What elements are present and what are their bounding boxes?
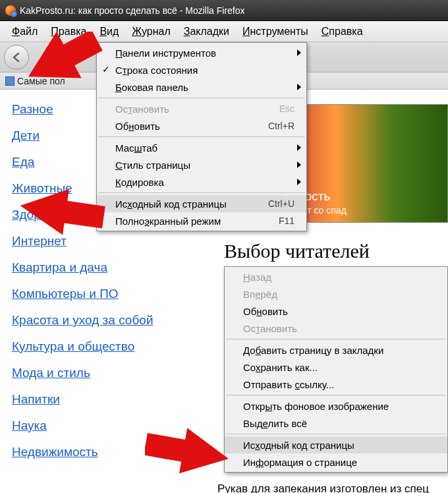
firefox-icon — [5, 5, 16, 16]
category-link[interactable]: Недвижимость — [12, 445, 183, 459]
category-link[interactable]: Квартира и дача — [12, 260, 183, 275]
menu-help[interactable]: Справка — [315, 23, 370, 40]
bookmark-folder-icon — [5, 76, 14, 86]
ctx-page-info[interactable]: Информация о странице — [225, 453, 447, 471]
ctx-sendlink[interactable]: Отправить ссылку... — [225, 376, 447, 393]
menu-history[interactable]: Журнал — [125, 23, 177, 40]
section-heading: Выбор читателей — [224, 240, 448, 262]
bookmark-item[interactable]: Самые пол — [17, 76, 65, 86]
menu-pagestyle[interactable]: Стиль страницы — [97, 156, 306, 173]
ctx-forward: Вперёд — [225, 285, 447, 303]
menu-tools[interactable]: Инструменты — [236, 23, 315, 40]
menu-file[interactable]: Файл — [5, 23, 44, 40]
menu-encoding[interactable]: Кодировка — [97, 173, 306, 190]
view-menu-dropdown: Панели инструментов ✓Строка состояния Бо… — [96, 42, 307, 231]
article-snippet: Рукав для запекания изготовлен из спец — [217, 482, 429, 493]
category-link[interactable]: Культура и общество — [12, 339, 183, 354]
menubar: Файл Правка Вид Журнал Закладки Инструме… — [0, 21, 448, 42]
ctx-bookmark[interactable]: Добавить страницу в закладки — [225, 341, 447, 359]
ctx-open-bg-image[interactable]: Открыть фоновое изображение — [225, 397, 447, 415]
category-link[interactable]: Напитки — [12, 392, 183, 407]
menu-view-source[interactable]: Исходный код страницыCtrl+U — [97, 195, 306, 212]
menu-reload[interactable]: ОбновитьCtrl+R — [97, 117, 306, 134]
category-link[interactable]: Наука — [12, 419, 183, 433]
ctx-reload[interactable]: Обновить — [225, 303, 447, 320]
menu-statusbar[interactable]: ✓Строка состояния — [97, 61, 306, 78]
menu-sidepanel[interactable]: Боковая панель — [97, 78, 306, 96]
page-context-menu: Назад Вперёд Обновить Остановить Добавит… — [224, 266, 448, 473]
category-link[interactable]: Красота и уход за собой — [12, 313, 183, 328]
ctx-select-all[interactable]: Выделить всё — [225, 415, 447, 432]
category-link[interactable]: Компьютеры и ПО — [12, 287, 183, 301]
category-link[interactable]: Мода и стиль — [12, 366, 183, 380]
menu-bookmarks[interactable]: Закладки — [177, 23, 236, 40]
menu-stop: ОстановитьEsc — [97, 100, 306, 117]
back-button[interactable] — [4, 45, 29, 70]
ctx-back: Назад — [225, 268, 447, 285]
ctx-saveas[interactable]: Сохранить как... — [225, 359, 447, 376]
menu-zoom[interactable]: Масштаб — [97, 139, 306, 156]
ctx-stop: Остановить — [225, 320, 447, 337]
ctx-view-source[interactable]: Исходный код страницы — [225, 436, 447, 453]
menu-fullscreen[interactable]: Полноэкранный режимF11 — [97, 212, 306, 229]
menu-view[interactable]: Вид — [93, 23, 125, 40]
menu-panels[interactable]: Панели инструментов — [97, 44, 306, 61]
window-title: KakProsto.ru: как просто сделать всё - M… — [20, 5, 245, 16]
window-titlebar: KakProsto.ru: как просто сделать всё - M… — [0, 0, 448, 21]
category-link[interactable]: Интернет — [12, 234, 183, 248]
menu-edit[interactable]: Правка — [44, 23, 93, 40]
